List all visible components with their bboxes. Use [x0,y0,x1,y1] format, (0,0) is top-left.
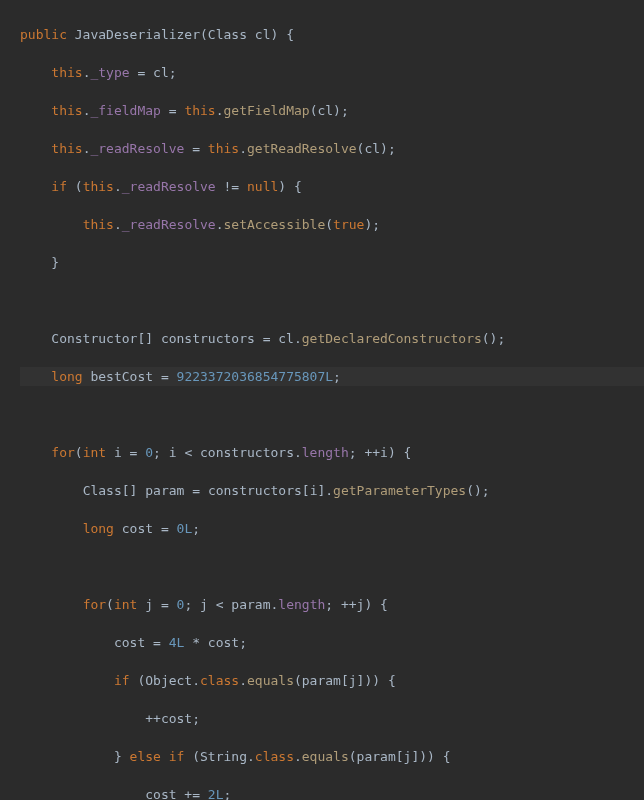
keyword: public [20,27,67,42]
field: length [302,445,349,460]
keyword: long [83,521,114,536]
method: getFieldMap [224,103,310,118]
keyword: this [208,141,239,156]
field: _type [90,65,129,80]
method: setAccessible [224,217,326,232]
code-line: if (Object.class.equals(param[j])) { [20,671,644,690]
identifier: i [114,445,122,460]
keyword: class [255,749,294,764]
code-line: cost = 4L * cost; [20,633,644,652]
keyword: this [51,141,82,156]
identifier: param [145,483,184,498]
code-editor[interactable]: public JavaDeserializer(Class cl) { this… [0,0,644,800]
keyword: true [333,217,364,232]
keyword: long [51,369,82,384]
keyword: this [51,65,82,80]
field: _readResolve [90,141,184,156]
number: 0 [145,445,153,460]
identifier: constructors [208,483,302,498]
code-line [20,557,644,576]
param: cl [255,27,271,42]
identifier: cost [161,711,192,726]
type: Class [83,483,122,498]
type: Object [145,673,192,688]
code-line: for(int i = 0; i < constructors.length; … [20,443,644,462]
keyword: if [114,673,130,688]
code-line: cost += 2L; [20,785,644,800]
identifier: cl [153,65,169,80]
field: _readResolve [122,179,216,194]
code-line: this._readResolve.setAccessible(true); [20,215,644,234]
identifier: param [357,749,396,764]
code-line-highlighted: long bestCost = 9223372036854775807L; [20,367,644,386]
identifier: cl [364,141,380,156]
field: _fieldMap [90,103,160,118]
type: Constructor [51,331,137,346]
code-line: public JavaDeserializer(Class cl) { [20,25,644,44]
identifier: j [349,673,357,688]
type: String [200,749,247,764]
code-line [20,291,644,310]
identifier: j [145,597,153,612]
number: 4L [169,635,185,650]
type: Class [208,27,247,42]
identifier: cost [114,635,145,650]
keyword: this [83,217,114,232]
code-line: for(int j = 0; j < param.length; ++j) { [20,595,644,614]
keyword: for [51,445,74,460]
code-line: this._type = cl; [20,63,644,82]
keyword: for [83,597,106,612]
code-line: ++cost; [20,709,644,728]
identifier: param [231,597,270,612]
code-line [20,405,644,424]
code-line: Constructor[] constructors = cl.getDecla… [20,329,644,348]
identifier: cl [278,331,294,346]
method: equals [302,749,349,764]
method: equals [247,673,294,688]
keyword: if [51,179,67,194]
code-line: Class[] param = constructors[i].getParam… [20,481,644,500]
method: getDeclaredConstructors [302,331,482,346]
identifier: constructors [161,331,255,346]
code-line: this._fieldMap = this.getFieldMap(cl); [20,101,644,120]
keyword: int [114,597,137,612]
keyword: class [200,673,239,688]
keyword: this [83,179,114,194]
number: 0 [177,597,185,612]
keyword: null [247,179,278,194]
field: length [278,597,325,612]
identifier: j [404,749,412,764]
keyword: this [51,103,82,118]
identifier: i [310,483,318,498]
identifier: cl [317,103,333,118]
number: 9223372036854775807L [177,369,334,384]
identifier: JavaDeserializer [75,27,200,42]
code-line: this._readResolve = this.getReadResolve(… [20,139,644,158]
identifier: cost [208,635,239,650]
number: 2L [208,787,224,800]
code-line: if (this._readResolve != null) { [20,177,644,196]
keyword: else if [130,749,185,764]
identifier: bestCost [90,369,153,384]
code-line: long cost = 0L; [20,519,644,538]
code-line: } [20,253,644,272]
code-line: } else if (String.class.equals(param[j])… [20,747,644,766]
identifier: i [380,445,388,460]
identifier: j [357,597,365,612]
method: getReadResolve [247,141,357,156]
identifier: constructors [200,445,294,460]
method: getParameterTypes [333,483,466,498]
keyword: int [83,445,106,460]
identifier: cost [145,787,176,800]
keyword: this [184,103,215,118]
field: _readResolve [122,217,216,232]
number: 0L [177,521,193,536]
identifier: cost [122,521,153,536]
identifier: param [302,673,341,688]
